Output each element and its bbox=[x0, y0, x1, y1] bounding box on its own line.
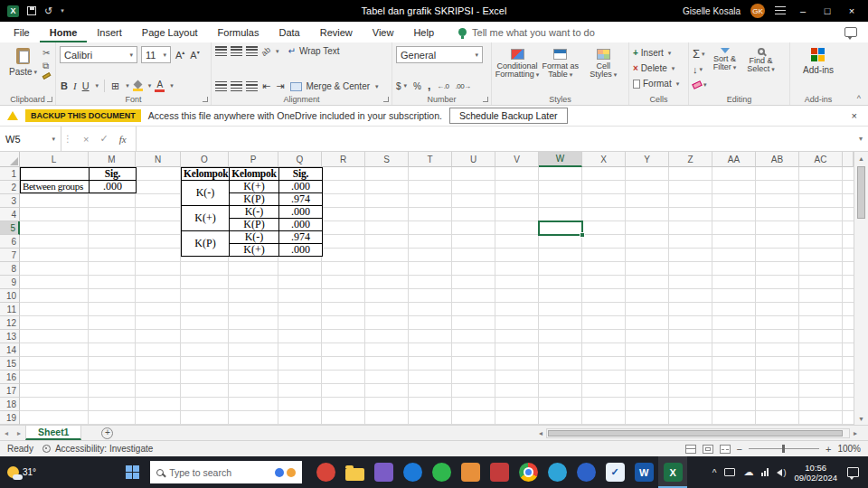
cell-O4[interactable]: K(+) bbox=[182, 206, 230, 231]
expand-formula-bar-icon[interactable]: ▾ bbox=[854, 127, 868, 151]
vertical-scrollbar[interactable]: ▲ ▼ bbox=[854, 152, 868, 425]
spreadsheet-grid[interactable]: ▲ ▼ LMNOPQRSTUVWXYZAAABAC123456789101112… bbox=[0, 152, 868, 425]
cell-Q5[interactable]: .000 bbox=[279, 219, 323, 231]
font-color-icon[interactable]: A bbox=[155, 80, 165, 92]
save-icon[interactable] bbox=[27, 6, 36, 15]
select-all-button[interactable] bbox=[0, 152, 20, 167]
column-header-AB[interactable]: AB bbox=[756, 152, 799, 167]
row-header-5[interactable]: 5 bbox=[0, 221, 20, 235]
zoom-out-icon[interactable]: − bbox=[737, 444, 742, 455]
undo-icon[interactable]: ↺ bbox=[44, 6, 52, 15]
cell-Q1[interactable]: Sig. bbox=[279, 168, 323, 181]
cell-P1[interactable]: Kelompok bbox=[230, 168, 279, 181]
taskbar-app-app-check[interactable]: ✓ bbox=[600, 456, 629, 488]
cell-P7[interactable]: K(+) bbox=[230, 244, 279, 257]
horizontal-scroll-thumb[interactable] bbox=[548, 430, 843, 436]
sort-filter-button[interactable]: Sort & Filter▾ bbox=[707, 46, 743, 92]
align-center-icon[interactable] bbox=[231, 81, 242, 91]
cell-P4[interactable]: K(-) bbox=[230, 206, 279, 219]
formula-input[interactable] bbox=[137, 127, 854, 151]
taskbar-app-edge-browser[interactable] bbox=[398, 456, 427, 488]
scroll-right-icon[interactable]: ▸ bbox=[850, 429, 861, 437]
normal-view-icon[interactable] bbox=[685, 445, 696, 454]
column-header-AA[interactable]: AA bbox=[712, 152, 756, 167]
row-header-19[interactable]: 19 bbox=[0, 411, 20, 425]
column-header-P[interactable]: P bbox=[229, 152, 278, 167]
orientation-icon[interactable]: ab bbox=[259, 44, 272, 57]
taskbar-app-word[interactable]: W bbox=[629, 456, 658, 488]
format-as-table-button[interactable]: Format as Table▾ bbox=[539, 46, 582, 92]
find-select-button[interactable]: Find & Select▾ bbox=[743, 46, 779, 92]
zoom-slider-thumb[interactable] bbox=[782, 445, 785, 453]
underline-button[interactable]: U bbox=[81, 80, 90, 91]
alignment-dialog-launcher[interactable] bbox=[383, 97, 389, 102]
row-header-1[interactable]: 1 bbox=[0, 167, 20, 181]
align-right-icon[interactable] bbox=[246, 81, 258, 91]
ribbon-tab-data[interactable]: Data bbox=[269, 22, 309, 42]
copy-icon[interactable]: ⧉ bbox=[42, 61, 51, 71]
row-header-12[interactable]: 12 bbox=[0, 316, 20, 330]
avatar[interactable]: GK bbox=[750, 4, 765, 18]
volume-tray-icon[interactable]: ) bbox=[777, 468, 786, 477]
cell-O6[interactable]: K(P) bbox=[182, 231, 230, 257]
row-header-10[interactable]: 10 bbox=[0, 289, 20, 303]
taskbar-app-app-purple[interactable] bbox=[369, 456, 398, 488]
taskbar-search-input[interactable]: Type to search bbox=[150, 461, 302, 483]
row-header-14[interactable]: 14 bbox=[0, 343, 20, 357]
cell-Q3[interactable]: .974 bbox=[279, 193, 323, 206]
paste-button[interactable]: Paste▾ bbox=[4, 46, 42, 92]
taskbar-app-chrome[interactable] bbox=[514, 456, 542, 488]
page-layout-view-icon[interactable] bbox=[703, 445, 713, 454]
taskbar-app-app-red[interactable] bbox=[311, 456, 340, 488]
maximize-button[interactable]: □ bbox=[820, 5, 835, 16]
font-size-select[interactable]: 11▾ bbox=[141, 46, 171, 63]
taskbar-app-telegram[interactable] bbox=[542, 456, 571, 488]
sheet-nav-right-icon[interactable]: ▸ bbox=[13, 429, 25, 437]
ribbon-tab-insert[interactable]: Insert bbox=[87, 22, 132, 42]
row-header-11[interactable]: 11 bbox=[0, 303, 20, 316]
font-dialog-launcher[interactable] bbox=[203, 97, 208, 102]
ribbon-tab-formulas[interactable]: Formulas bbox=[208, 22, 269, 42]
onedrive-tray-icon[interactable]: ☁ bbox=[743, 466, 753, 478]
cell-O1[interactable]: Kelompok bbox=[182, 168, 230, 181]
accessibility-status[interactable]: Accessibility: Investigate bbox=[42, 444, 153, 454]
cancel-formula-icon[interactable]: × bbox=[83, 134, 89, 145]
network-tray-icon[interactable] bbox=[761, 468, 769, 476]
number-dialog-launcher[interactable] bbox=[483, 97, 488, 102]
cell-P2[interactable]: K(+) bbox=[230, 181, 279, 193]
column-header-L[interactable]: L bbox=[20, 152, 89, 167]
decrease-decimal-icon[interactable]: .00→ bbox=[456, 82, 471, 90]
ribbon-tab-review[interactable]: Review bbox=[310, 22, 363, 42]
name-box-resizer[interactable]: ⋮ bbox=[61, 127, 74, 151]
zoom-level[interactable]: 100% bbox=[837, 444, 861, 454]
column-header-W[interactable]: W bbox=[539, 152, 582, 167]
row-header-3[interactable]: 3 bbox=[0, 194, 20, 208]
taskbar-app-app-orange[interactable] bbox=[456, 456, 485, 488]
align-left-icon[interactable] bbox=[215, 81, 227, 91]
column-header-O[interactable]: O bbox=[181, 152, 229, 167]
row-header-13[interactable]: 13 bbox=[0, 330, 20, 343]
cell-styles-button[interactable]: Cell Styles▾ bbox=[582, 46, 626, 92]
customize-qat-icon[interactable]: ▾ bbox=[61, 7, 64, 14]
wrap-text-button[interactable]: ↵ Wrap Text bbox=[288, 46, 340, 56]
fill-color-icon[interactable] bbox=[133, 80, 143, 91]
column-header-S[interactable]: S bbox=[365, 152, 409, 167]
sheet-tab-sheet1[interactable]: Sheet1 bbox=[25, 426, 81, 440]
decrease-indent-icon[interactable]: ⇤ bbox=[261, 80, 271, 92]
increase-decimal-icon[interactable]: ←.0 bbox=[437, 82, 448, 90]
scroll-down-icon[interactable]: ▼ bbox=[854, 412, 868, 425]
format-painter-icon[interactable] bbox=[42, 72, 52, 80]
conditional-formatting-button[interactable]: Conditional Formatting▾ bbox=[495, 46, 539, 92]
cell-M1[interactable]: Sig. bbox=[90, 168, 137, 181]
align-top-icon[interactable] bbox=[215, 46, 227, 56]
hidden-icons-chevron[interactable]: ^ bbox=[712, 468, 717, 478]
taskbar-clock[interactable]: 10:56 09/02/2024 bbox=[794, 463, 837, 483]
cell-Q7[interactable]: .000 bbox=[279, 244, 323, 257]
merge-center-button[interactable]: Merge & Center ▾ bbox=[290, 81, 378, 91]
weather-widget[interactable]: 31° bbox=[0, 466, 43, 478]
autosum-button[interactable]: Σ▾ bbox=[693, 47, 707, 61]
name-box[interactable]: W5▾ bbox=[0, 127, 61, 151]
row-header-15[interactable]: 15 bbox=[0, 357, 20, 371]
column-header-Z[interactable]: Z bbox=[669, 152, 712, 167]
column-header-V[interactable]: V bbox=[495, 152, 539, 167]
